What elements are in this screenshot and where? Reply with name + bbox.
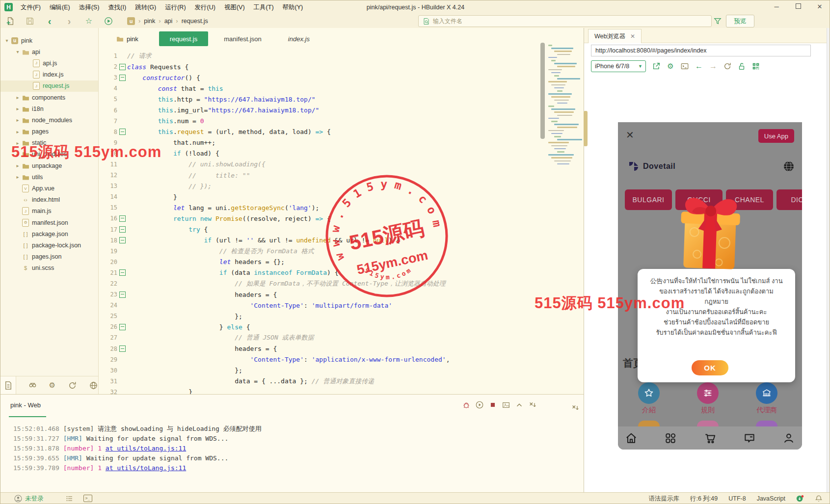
tree-item-components[interactable]: ▸components [0,92,98,103]
log-source-link[interactable]: at utils/toLang.js:11 [106,445,186,452]
qr-code-icon[interactable] [751,62,760,71]
back-icon[interactable]: ‹ [45,16,54,26]
save-icon[interactable] [25,16,35,26]
minimize-button[interactable]: ─ [766,0,787,14]
globe-icon[interactable] [89,381,98,390]
tree-item-utils[interactable]: ▸utils [0,171,98,183]
editor-tab-request.js[interactable]: request.js [159,31,208,46]
menu-item[interactable]: 运行(R) [161,1,190,14]
status-item[interactable]: JavaScript [757,495,785,502]
tab-chat-icon[interactable] [743,432,756,445]
chevron-right-icon[interactable]: ▸ [14,163,21,168]
splitter-handle[interactable] [584,111,588,146]
forward-arrow-icon[interactable]: → [709,62,718,71]
menu-item[interactable]: 跳转(G) [131,1,161,14]
tree-item-api.js[interactable]: Japi.js [0,57,98,69]
fold-marker[interactable] [119,75,126,81]
file-search-box[interactable]: 输入文件名 [418,15,712,27]
menu-item[interactable]: 视图(V) [220,1,249,14]
fold-marker[interactable] [119,215,126,222]
tree-item-pink[interactable]: ▾upink [0,35,98,46]
tree-item-manifest.json[interactable]: ⚙manifest.json [0,217,98,228]
browser-tab[interactable]: Web浏览器 ✕ [588,29,642,43]
tree-item-pages.json[interactable]: [ ]pages.json [0,251,98,263]
tree-item-node-modules[interactable]: ▸node_modules [0,114,98,126]
menu-item[interactable]: 文件(F) [16,1,45,14]
console-icon[interactable] [680,62,689,71]
browser-scrollbar[interactable] [827,28,830,492]
chevron-down-icon[interactable]: ▾ [14,49,21,54]
chevron-right-icon[interactable]: ▸ [14,95,21,100]
brand-button-bulgari[interactable]: BULGARI [625,189,672,210]
minimap-viewport[interactable] [540,43,545,139]
outline-icon[interactable] [66,495,74,503]
console-tab[interactable]: pink - Web [10,401,41,409]
run-icon[interactable] [475,400,484,409]
fold-marker[interactable] [119,226,126,233]
stop-icon[interactable] [488,400,497,409]
refresh-icon[interactable] [723,62,732,71]
tree-item-i18n[interactable]: ▸i18n [0,103,98,114]
fold-marker[interactable] [119,269,126,276]
menu-item[interactable]: 帮助(Y) [278,1,308,14]
fold-marker[interactable] [119,237,126,243]
fold-marker[interactable] [119,345,126,352]
tree-item-uni.scss[interactable]: $uni.scss [0,263,98,274]
tree-item-App.vue[interactable]: VApp.vue [0,183,98,194]
debug-icon[interactable] [462,400,471,409]
breadcrumb-item[interactable]: request.js [182,18,208,25]
plugin-icon[interactable]: ⚙ [49,381,56,390]
collapse-icon[interactable] [515,400,524,409]
run-icon[interactable] [104,16,113,26]
menu-item[interactable]: 工具(T) [249,1,278,14]
fold-marker[interactable] [119,64,126,70]
close-icon[interactable]: ✕ [626,130,634,140]
fold-marker[interactable] [119,324,126,330]
brand-button-dior[interactable]: DIOR [776,189,802,210]
chevron-right-icon[interactable]: ▸ [14,129,21,134]
menu-item[interactable]: 查找(I) [104,1,131,14]
feature-sliders[interactable]: 規則 [678,382,737,415]
clear-console-icon[interactable] [571,403,580,412]
tab-home-icon[interactable] [625,432,638,445]
breadcrumb-item[interactable]: pink [144,18,155,25]
minimap[interactable] [548,45,580,192]
phone-preview[interactable]: ✕ Use App Dovetail BULGARIGUCCICHANELDIO… [618,122,802,450]
chevron-right-icon[interactable]: ▸ [14,106,21,111]
tree-item-api[interactable]: ▾api [0,46,98,57]
chevron-right-icon[interactable]: ▸ [14,174,21,180]
settings-icon[interactable]: ⚙ [666,62,675,71]
refresh-icon[interactable] [68,381,77,390]
language-globe-icon[interactable] [782,160,795,173]
log-source-link[interactable]: at utils/toLang.js:11 [106,464,186,472]
favorite-icon[interactable]: ☆ [84,16,94,26]
fold-marker[interactable] [119,292,126,298]
device-select[interactable]: iPhone 6/7/8 ▼ [591,60,646,72]
tree-item-index.html[interactable]: ‹›index.html [0,194,98,206]
status-item[interactable]: 行:6 列:49 [690,495,718,503]
use-app-button[interactable]: Use App [758,129,794,143]
tab-person-icon[interactable] [782,432,795,445]
tree-item-request.js[interactable]: Jrequest.js [0,80,98,92]
tab-cart-icon[interactable] [704,432,717,445]
feature-building[interactable]: 代理商 [737,382,796,415]
tree-item-pages[interactable]: ▸pages [0,126,98,137]
menu-item[interactable]: 发行(U) [190,1,220,14]
update-icon[interactable] [796,495,804,503]
terminal-icon[interactable]: >_ [83,495,92,502]
url-input[interactable]: http://localhost:8080/#/pages/index/inde… [591,45,811,56]
tree-item-package-lock.json[interactable]: [ ]package-lock.json [0,239,98,251]
editor-tab-index.js[interactable]: index.js [277,31,321,46]
tree-item-index.js[interactable]: Jindex.js [0,69,98,80]
fold-marker[interactable] [119,129,126,135]
clear-icon[interactable] [528,400,537,409]
lock-icon[interactable] [737,62,746,71]
close-tab-icon[interactable]: ✕ [630,33,635,40]
breadcrumb-item[interactable]: api [164,18,173,25]
tab-grid-icon[interactable] [664,432,677,445]
login-status[interactable]: 未登录 [14,495,44,503]
status-item[interactable]: 语法提示库 [648,495,679,503]
document-tab[interactable] [0,376,16,394]
menu-item[interactable]: 编辑(E) [45,1,75,14]
screenshot-icon[interactable] [502,400,510,409]
